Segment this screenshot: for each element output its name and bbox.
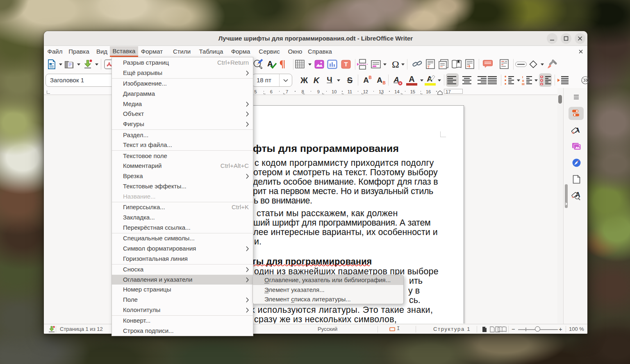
svg-text:Ω: Ω (392, 59, 399, 70)
svg-text:T: T (344, 61, 348, 68)
svg-text:III: III (522, 82, 525, 85)
svg-text:1: 1 (428, 66, 430, 69)
svg-text:I: I (522, 75, 523, 79)
